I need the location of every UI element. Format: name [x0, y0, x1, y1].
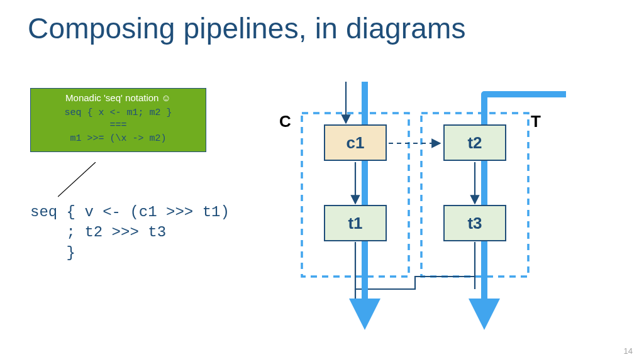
- node-c1: c1: [324, 124, 387, 161]
- group-label-c: C: [279, 112, 291, 131]
- callout-code-line3: m1 >>= (\x -> m2): [36, 133, 201, 145]
- node-t1: t1: [324, 205, 387, 241]
- svg-line-0: [58, 162, 96, 197]
- callout-leader-line: [58, 162, 108, 200]
- node-t2: t2: [443, 124, 506, 161]
- node-t3-label: t3: [467, 214, 482, 233]
- node-t3: t3: [443, 205, 506, 241]
- page-number: 14: [624, 346, 633, 356]
- main-code-block: seq { v <- (c1 >>> t1) ; t2 >>> t3 }: [30, 202, 230, 263]
- pipeline-diagram: C T c1 t1: [296, 82, 623, 333]
- callout-code-line2: ===: [36, 119, 201, 132]
- node-c1-label: c1: [347, 133, 365, 153]
- node-t2-label: t2: [467, 133, 482, 153]
- thin-output-wires: [355, 242, 475, 289]
- callout-code-line1: seq { x <- m1; m2 }: [36, 107, 201, 119]
- node-t1-label: t1: [348, 214, 362, 233]
- callout-title: Monadic 'seq' notation ☺: [36, 92, 201, 103]
- slide-title: Composing pipelines, in diagrams: [28, 11, 466, 45]
- callout-box: Monadic 'seq' notation ☺ seq { x <- m1; …: [30, 88, 206, 152]
